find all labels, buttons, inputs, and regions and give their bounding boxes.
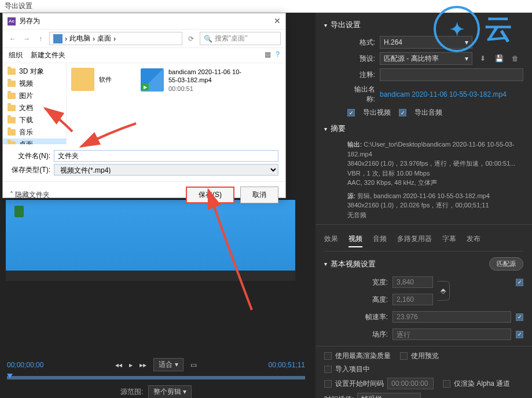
filename-input[interactable]: [54, 150, 278, 162]
play-icon[interactable]: ▸: [129, 361, 133, 369]
file-item-folder[interactable]: 软件: [71, 68, 129, 91]
match-source-button[interactable]: 匹配源: [489, 257, 523, 271]
folder-icon: [8, 81, 16, 87]
timeline-end-time: 00;00;51;11: [269, 361, 305, 369]
fps-match-checkbox[interactable]: ✓: [516, 313, 523, 321]
save-as-dialog: Ae 另存为 ✕ ← → ↑ › 此电脑 › 桌面 › ⟳ 🔍 搜索"桌面" 组…: [2, 13, 286, 198]
sidebar-item-3d[interactable]: 3D 对象: [3, 65, 66, 78]
field-order-label: 场序:: [347, 330, 388, 339]
sidebar-label: 文档: [19, 103, 33, 113]
start-tc-checkbox[interactable]: [324, 380, 332, 388]
sidebar-label: 音乐: [19, 127, 33, 137]
filetype-dropdown[interactable]: 视频文件(*.mp4): [54, 164, 278, 176]
import-project-checkbox[interactable]: [324, 366, 332, 373]
tab-captions[interactable]: 字幕: [442, 234, 456, 247]
width-match-checkbox[interactable]: ✓: [516, 279, 523, 286]
save-button[interactable]: 保存(S): [186, 187, 234, 203]
export-audio-checkbox[interactable]: ✓: [399, 109, 406, 116]
export-video-label: 导出视频: [363, 108, 391, 118]
timeline-scrubber[interactable]: [7, 376, 305, 379]
new-folder-button[interactable]: 新建文件夹: [31, 50, 65, 60]
field-order-dropdown[interactable]: 逐行: [392, 328, 511, 340]
summary-out-path: C:\User_tor\Desktop\bandicam 2020-11-06 …: [347, 141, 515, 158]
chevron-up-icon: ˄: [10, 191, 13, 199]
sidebar-item-video[interactable]: 视频: [3, 78, 66, 90]
prev-frame-icon[interactable]: ◂◂: [115, 361, 122, 369]
forward-arrow-icon[interactable]: →: [21, 34, 32, 44]
max-quality-label: 使用最高渲染质量: [335, 351, 391, 361]
folder-icon: [8, 117, 16, 123]
back-arrow-icon[interactable]: ←: [8, 34, 18, 44]
link-dimensions-icon[interactable]: ⬘: [437, 281, 450, 301]
basic-video-header[interactable]: ▾ 基本视频设置 匹配源: [324, 257, 523, 271]
folder-icon: [8, 93, 16, 99]
output-name-link[interactable]: bandicam 2020-11-06 10-55-03-182.mp4: [380, 90, 507, 98]
app-icon: Ae 另存为: [8, 16, 40, 26]
help-icon[interactable]: ?: [276, 50, 280, 60]
tab-effects[interactable]: 效果: [324, 234, 338, 247]
outname-label: 输出名称:: [347, 85, 375, 104]
interp-dropdown[interactable]: 帧采样 ▾: [357, 393, 421, 398]
alpha-only-checkbox[interactable]: [443, 380, 450, 388]
file-item-video[interactable]: bandicam 2020-11-06 10-55-03-182.mp4 00:…: [141, 68, 245, 93]
fps-label: 帧速率:: [347, 312, 388, 322]
sidebar-item-desktop[interactable]: 桌面: [3, 138, 66, 144]
tab-multiplexer[interactable]: 多路复用器: [397, 234, 432, 247]
up-arrow-icon[interactable]: ↑: [35, 34, 46, 44]
sidebar-item-downloads[interactable]: 下载: [3, 114, 66, 126]
export-settings-panel: ▾ 导出设置 格式: H.264 ▾ 预设: 匹配源 - 高比特率 ▾ ⬇ 💾 …: [315, 13, 532, 398]
height-input[interactable]: 2,160: [392, 294, 433, 305]
start-tc-input[interactable]: 00:00:00:00: [387, 378, 434, 389]
refresh-icon[interactable]: ⟳: [186, 34, 196, 44]
summary-out-spec: 3840x2160 (1.0)，23.976fps，逐行，硬件加速，00:00:…: [347, 160, 515, 167]
summary-out-vbr: VBR，1 次, 目标 10.00 Mbps: [347, 170, 430, 177]
sidebar-item-music[interactable]: 音乐: [3, 126, 66, 138]
breadcrumb-sep: ›: [65, 35, 67, 43]
dialog-title: 另存为: [19, 16, 40, 26]
fps-dropdown[interactable]: 23.976: [392, 311, 511, 323]
comment-label: 注释:: [347, 70, 375, 80]
comment-input[interactable]: [380, 68, 523, 81]
filename-label: 文件名(N):: [10, 151, 50, 161]
watermark-text: 云: [485, 10, 512, 48]
start-tc-label: 设置开始时间码: [335, 379, 384, 389]
summary-header[interactable]: ▾ 摘要: [324, 123, 523, 134]
field-order-match-checkbox[interactable]: ✓: [516, 331, 523, 338]
breadcrumb-pc[interactable]: 此电脑: [69, 34, 90, 43]
summary-src-audio: 无音频: [347, 211, 366, 218]
close-button[interactable]: ✕: [274, 16, 281, 26]
breadcrumb[interactable]: › 此电脑 › 桌面 ›: [49, 32, 182, 45]
fps-value: 23.976: [397, 313, 418, 321]
aspect-icon[interactable]: ▭: [190, 361, 197, 369]
organize-button[interactable]: 组织: [9, 50, 23, 60]
view-icon[interactable]: ▦: [265, 50, 271, 60]
fit-dropdown[interactable]: 适合 ▾: [153, 358, 183, 371]
field-order-value: 逐行: [397, 331, 410, 339]
summary-src-label: 源:: [347, 191, 355, 201]
folder-icon: [8, 105, 16, 111]
source-range-dropdown[interactable]: 整个剪辑 ▾: [148, 385, 192, 398]
use-preview-label: 使用预览: [411, 351, 439, 361]
tab-audio[interactable]: 音频: [373, 234, 387, 247]
tab-video[interactable]: 视频: [348, 234, 362, 247]
sidebar-item-docs[interactable]: 文档: [3, 102, 66, 114]
watermark-icon: ✦: [434, 6, 480, 52]
width-input[interactable]: 3,840: [392, 276, 433, 288]
max-quality-checkbox[interactable]: [324, 352, 332, 360]
search-input[interactable]: 🔍 搜索"桌面": [200, 32, 281, 45]
sidebar-item-pictures[interactable]: 图片: [3, 90, 66, 102]
playhead-icon[interactable]: [7, 374, 13, 378]
export-video-checkbox[interactable]: ✓: [347, 109, 355, 116]
file-name: 软件: [99, 75, 112, 83]
timeline-start-time[interactable]: 00;00;00;00: [7, 361, 43, 369]
next-frame-icon[interactable]: ▸▸: [140, 361, 146, 369]
pc-icon: [53, 34, 63, 43]
sidebar-label: 3D 对象: [19, 67, 44, 76]
video-preview: [6, 200, 295, 281]
hide-folders-toggle[interactable]: ˄ 隐藏文件夹: [10, 190, 50, 200]
use-preview-checkbox[interactable]: [400, 352, 408, 360]
dialog-cancel-button[interactable]: 取消: [240, 187, 278, 203]
tab-publish[interactable]: 发布: [467, 234, 480, 247]
breadcrumb-desktop[interactable]: 桌面: [97, 34, 111, 43]
format-label: 格式:: [347, 38, 375, 48]
